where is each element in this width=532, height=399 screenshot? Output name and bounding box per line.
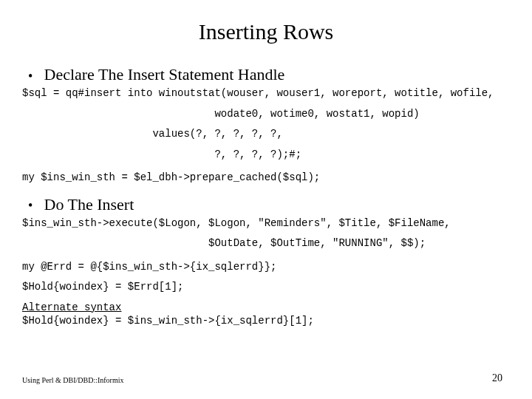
bullet-dot-icon: • bbox=[28, 199, 40, 212]
page-number: 20 bbox=[492, 372, 502, 384]
code-sql-line3: values(?, ?, ?, ?, ?, bbox=[22, 128, 510, 141]
code-sql-line4: ?, ?, ?, ?);#; bbox=[22, 149, 510, 162]
code-prepare: my $ins_win_sth = $el_dbh->prepare_cache… bbox=[22, 171, 510, 185]
bullet-do-insert-text: Do The Insert bbox=[44, 195, 134, 214]
code-exec-line2: $OutDate, $OutTime, "RUNNING", $$); bbox=[22, 237, 510, 250]
code-errd-line1: my @Errd = @{$ins_win_sth->{ix_sqlerrd}}… bbox=[22, 261, 510, 274]
code-errd-line2: $Hold{woindex} = $Errd[1]; bbox=[22, 281, 510, 294]
code-sql-line2: wodate0, wotime0, wostat1, wopid) bbox=[22, 108, 510, 121]
bullet-do-insert: • Do The Insert bbox=[22, 195, 510, 214]
code-sql-line1: $sql = qq#insert into winoutstat(wouser,… bbox=[22, 87, 510, 100]
footer-source: Using Perl & DBI/DBD::Informix bbox=[22, 376, 124, 384]
slide: Inserting Rows • Declare The Insert Stat… bbox=[0, 0, 532, 399]
code-exec-line1: $ins_win_sth->execute($Logon, $Logon, "R… bbox=[22, 217, 510, 231]
alternate-syntax-label: Alternate syntax bbox=[22, 301, 510, 313]
code-alt-line1: $Hold{woindex} = $ins_win_sth->{ix_sqler… bbox=[22, 315, 510, 328]
bullet-declare: • Declare The Insert Statement Handle bbox=[22, 65, 510, 84]
bullet-dot-icon: • bbox=[28, 69, 40, 83]
page-title: Inserting Rows bbox=[22, 19, 510, 44]
bullet-declare-text: Declare The Insert Statement Handle bbox=[44, 65, 285, 83]
